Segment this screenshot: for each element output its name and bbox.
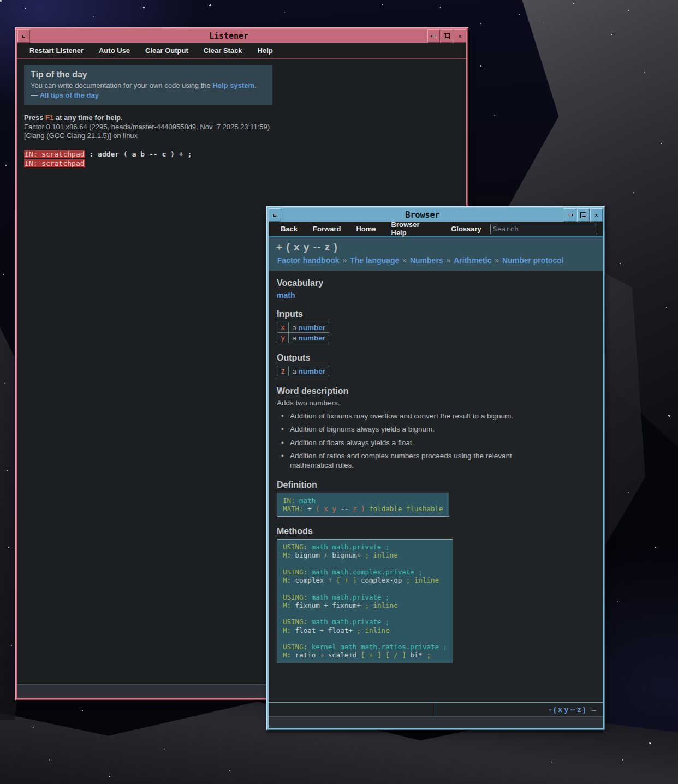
tip-heading: Tip of the day: [31, 70, 266, 80]
table-row: z a number: [277, 366, 329, 376]
methods-heading: Methods: [277, 526, 594, 536]
menu-glossary[interactable]: Glossary: [444, 223, 488, 235]
tip-body: You can write documentation for your own…: [31, 81, 266, 90]
methods-code-block: USING: math math.private ;M: bignum + bi…: [277, 539, 453, 663]
bullet-item: Addition of floats always yields a float…: [281, 438, 527, 447]
close-button[interactable]: ✕: [590, 208, 603, 222]
word-description-text: Adds two numbers.: [277, 399, 594, 407]
entered-code: : adder ( a b -- c ) + ;: [85, 150, 192, 158]
browser-window: Browser ✕ Back Forward Home Browser Help…: [266, 206, 605, 730]
tip-text: You can write documentation for your own…: [31, 81, 212, 89]
word-description-heading: Word description: [277, 386, 594, 396]
press-f1-line: Press F1 at any time for help.: [24, 113, 460, 122]
word-title: + ( x y -- z ): [276, 241, 595, 253]
prompt-line: IN: scratchpad: [24, 159, 460, 168]
minimize-button[interactable]: [564, 208, 576, 222]
browser-statusbar: [269, 716, 603, 728]
menu-help[interactable]: Help: [251, 44, 279, 57]
compiler-version-line: [Clang (GCC Clang 21.1.5)] on linux: [24, 131, 460, 140]
window-menu-button[interactable]: [17, 29, 30, 43]
output-var-z: z: [277, 366, 289, 376]
tip-dash: —: [31, 91, 40, 99]
listener-prompts: IN: scratchpad : adder ( a b -- c ) + ; …: [24, 150, 460, 167]
close-icon: ✕: [594, 212, 598, 218]
breadcrumb-separator: »: [495, 256, 499, 265]
table-row: x a number: [277, 322, 329, 333]
input-var-x: x: [277, 322, 289, 333]
close-button[interactable]: ✕: [454, 29, 466, 43]
breadcrumb-factor-handbook[interactable]: Factor handbook: [277, 256, 340, 265]
in-scratchpad-chip: IN: scratchpad: [24, 159, 85, 167]
inputs-table: x a number y a number: [277, 322, 329, 343]
factor-version-line: Factor 0.101 x86.64 (2295, heads/master-…: [24, 123, 460, 131]
article: a: [292, 367, 298, 375]
tip-links: — All tips of the day: [31, 91, 266, 99]
press-suffix: at any time for help.: [53, 113, 122, 122]
menu-back[interactable]: Back: [274, 223, 304, 235]
input-var-y: y: [277, 333, 289, 343]
minimize-icon: [431, 35, 436, 37]
listener-titlebar[interactable]: Listener ✕: [17, 29, 466, 43]
close-icon: ✕: [458, 33, 462, 39]
bullet-item: Addition of bignums always yields a bign…: [281, 424, 527, 434]
input-desc: a number: [289, 322, 329, 333]
window-menu-icon: [22, 35, 25, 38]
breadcrumb-number-protocol[interactable]: Number protocol: [502, 256, 564, 265]
browser-menubar: Back Forward Home Browser Help Glossary: [269, 222, 603, 237]
help-system-link[interactable]: Help system: [212, 81, 254, 89]
menu-clear-stack[interactable]: Clear Stack: [197, 44, 249, 57]
bullet-item: Addition of fixnums may overflow and con…: [281, 411, 527, 421]
press-prefix: Press: [24, 113, 45, 122]
breadcrumb-numbers[interactable]: Numbers: [410, 256, 443, 265]
browser-page-header: + ( x y -- z ) Factor handbook » The lan…: [269, 237, 603, 271]
maximize-icon: [580, 212, 586, 218]
maximize-button[interactable]: [441, 29, 453, 43]
prompt-line: IN: scratchpad : adder ( a b -- c ) + ;: [24, 150, 460, 159]
menu-restart-listener[interactable]: Restart Listener: [23, 44, 90, 57]
menu-forward[interactable]: Forward: [306, 223, 347, 235]
article: a: [292, 334, 298, 342]
arrow-right-icon: →: [590, 705, 598, 714]
window-menu-button[interactable]: [269, 208, 281, 222]
menu-browser-help[interactable]: Browser Help: [385, 218, 443, 239]
number-class-link[interactable]: number: [298, 324, 325, 332]
menu-auto-use[interactable]: Auto Use: [92, 44, 136, 57]
starfield: [0, 0, 2, 2]
vocabulary-heading: Vocabulary: [277, 278, 594, 288]
breadcrumb: Factor handbook » The language » Numbers…: [276, 255, 595, 265]
footer-next-cell: - ( x y -- z ) →: [436, 703, 603, 716]
menu-home[interactable]: Home: [349, 223, 382, 235]
minimize-icon: [568, 214, 573, 216]
browser-content-pane[interactable]: Vocabulary math Inputs x a number y a nu…: [269, 271, 603, 702]
search-input[interactable]: [490, 224, 597, 234]
breadcrumb-separator: »: [402, 256, 407, 265]
footer-prev-cell: [269, 703, 436, 716]
tip-text-suffix: .: [254, 81, 257, 89]
breadcrumb-the-language[interactable]: The language: [350, 256, 399, 265]
menu-clear-output[interactable]: Clear Output: [139, 44, 195, 57]
all-tips-link[interactable]: All tips of the day: [40, 91, 99, 99]
table-row: y a number: [277, 333, 329, 343]
tip-of-the-day-box: Tip of the day You can write documentati…: [24, 65, 272, 105]
number-class-link[interactable]: number: [298, 367, 325, 375]
breadcrumb-separator: »: [342, 256, 347, 265]
outputs-heading: Outputs: [277, 353, 594, 363]
word-description-bullets: Addition of fixnums may overflow and con…: [281, 411, 594, 470]
breadcrumb-arithmetic[interactable]: Arithmetic: [454, 256, 491, 265]
bullet-item: Addition of ratios and complex numbers p…: [281, 451, 527, 470]
maximize-icon: [444, 33, 450, 39]
listener-window-title: Listener: [31, 29, 427, 43]
breadcrumb-separator: »: [447, 256, 451, 265]
vocabulary-math-link[interactable]: math: [277, 291, 295, 300]
maximize-button[interactable]: [577, 208, 590, 222]
next-word-link[interactable]: - ( x y -- z ): [549, 705, 586, 714]
f1-key-label: F1: [45, 113, 53, 122]
minimize-button[interactable]: [427, 29, 440, 43]
output-desc: a number: [289, 366, 329, 376]
inputs-heading: Inputs: [277, 309, 594, 319]
article: a: [292, 324, 298, 332]
listener-menubar: Restart Listener Auto Use Clear Output C…: [17, 43, 466, 59]
number-class-link[interactable]: number: [298, 334, 325, 342]
in-scratchpad-chip: IN: scratchpad: [24, 150, 85, 158]
definition-code-block: IN: mathMATH: + ( x y -- z ) foldable fl…: [277, 493, 449, 517]
